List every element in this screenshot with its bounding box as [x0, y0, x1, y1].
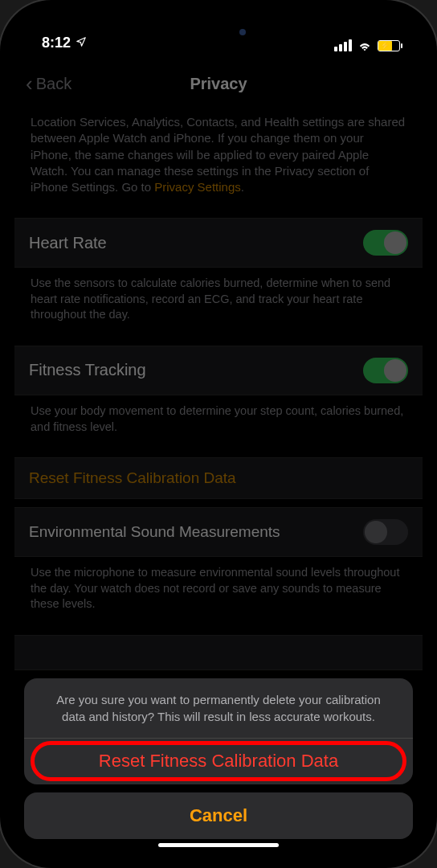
charging-bolt-icon: ⚡ [380, 42, 390, 50]
intro-tail: . [241, 180, 244, 194]
heart-rate-toggle[interactable] [363, 230, 408, 256]
page-title: Privacy [190, 75, 247, 93]
reset-calibration-confirm-label: Reset Fitness Calibration Data [99, 751, 338, 771]
section-fitness-tracking: Fitness Tracking Use your body movement … [14, 346, 423, 449]
env-sound-toggle[interactable] [363, 519, 408, 545]
section-reset-calibration: Reset Fitness Calibration Data [14, 457, 423, 499]
cellular-signal-icon [334, 39, 352, 51]
action-sheet: Are you sure you want to permanently del… [24, 678, 413, 840]
fitness-tracking-toggle[interactable] [363, 358, 408, 383]
reset-calibration-label: Reset Fitness Calibration Data [29, 469, 236, 487]
back-label: Back [36, 75, 71, 93]
section-env-sound: Environmental Sound Measurements Use the… [14, 507, 423, 627]
status-left: 8:12 [42, 35, 87, 51]
screen: 8:12 ⚡ ‹ Back Privacy [14, 14, 423, 854]
row-env-sound[interactable]: Environmental Sound Measurements [14, 507, 423, 557]
status-right: ⚡ [334, 39, 400, 51]
reset-calibration-confirm-button[interactable]: Reset Fitness Calibration Data [24, 738, 413, 784]
notch [138, 14, 299, 39]
back-button[interactable]: ‹ Back [26, 73, 71, 94]
row-heart-rate[interactable]: Heart Rate [14, 218, 423, 268]
battery-icon: ⚡ [378, 40, 400, 51]
env-sound-footer: Use the microphone to measure environmen… [14, 557, 423, 627]
privacy-settings-link[interactable]: Privacy Settings [154, 180, 241, 194]
row-reset-calibration[interactable]: Reset Fitness Calibration Data [14, 457, 423, 499]
status-time: 8:12 [42, 35, 71, 51]
action-sheet-message: Are you sure you want to permanently del… [24, 678, 413, 738]
row-peek [14, 635, 423, 670]
toggle-knob [384, 231, 406, 254]
toggle-knob [365, 521, 387, 543]
home-indicator[interactable] [158, 843, 279, 847]
fitness-tracking-footer: Use your body movement to determine your… [14, 395, 423, 449]
heart-rate-footer: Use the sensors to calculate calories bu… [14, 268, 423, 338]
action-sheet-group: Are you sure you want to permanently del… [24, 678, 413, 785]
nav-bar: ‹ Back Privacy [14, 61, 423, 106]
heart-rate-label: Heart Rate [29, 234, 107, 252]
location-arrow-icon [76, 35, 87, 51]
content: Location Services, Analytics, Contacts, … [14, 106, 423, 694]
section-heart-rate: Heart Rate Use the sensors to calculate … [14, 218, 423, 338]
cancel-button[interactable]: Cancel [24, 792, 413, 839]
chevron-left-icon: ‹ [26, 73, 33, 94]
wifi-icon [357, 40, 373, 51]
toggle-knob [384, 359, 406, 382]
fitness-tracking-label: Fitness Tracking [29, 361, 146, 379]
row-fitness-tracking[interactable]: Fitness Tracking [14, 346, 423, 395]
cancel-label: Cancel [190, 805, 247, 825]
intro-text: Location Services, Analytics, Contacts, … [14, 113, 423, 210]
env-sound-label: Environmental Sound Measurements [29, 523, 280, 541]
phone-frame: 8:12 ⚡ ‹ Back Privacy [0, 0, 437, 868]
